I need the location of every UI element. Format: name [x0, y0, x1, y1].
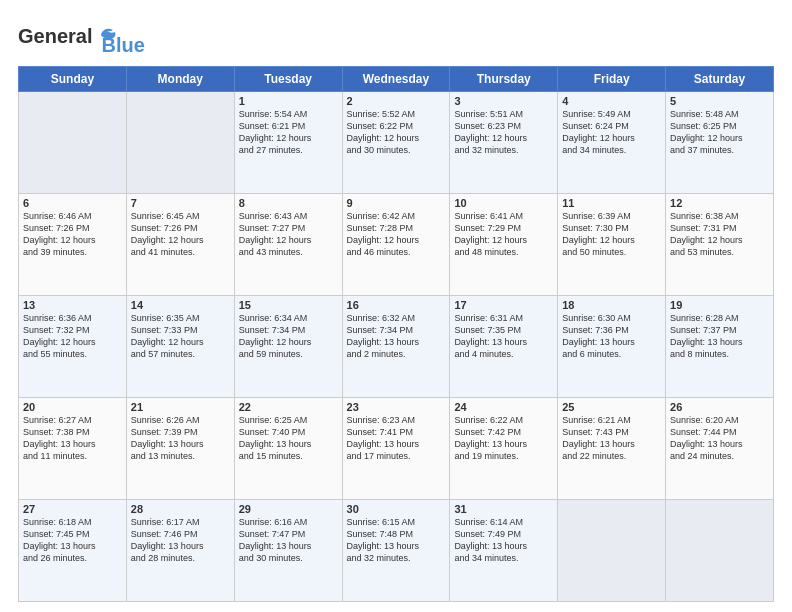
day-number: 29 — [239, 503, 338, 515]
calendar-day-cell: 14Sunrise: 6:35 AM Sunset: 7:33 PM Dayli… — [126, 296, 234, 398]
day-number: 7 — [131, 197, 230, 209]
day-number: 8 — [239, 197, 338, 209]
day-info: Sunrise: 6:23 AM Sunset: 7:41 PM Dayligh… — [347, 414, 446, 463]
day-number: 9 — [347, 197, 446, 209]
day-number: 15 — [239, 299, 338, 311]
calendar-day-cell: 12Sunrise: 6:38 AM Sunset: 7:31 PM Dayli… — [666, 194, 774, 296]
calendar-day-cell: 9Sunrise: 6:42 AM Sunset: 7:28 PM Daylig… — [342, 194, 450, 296]
day-number: 28 — [131, 503, 230, 515]
calendar-day-cell: 16Sunrise: 6:32 AM Sunset: 7:34 PM Dayli… — [342, 296, 450, 398]
day-info: Sunrise: 6:21 AM Sunset: 7:43 PM Dayligh… — [562, 414, 661, 463]
weekday-header-saturday: Saturday — [666, 67, 774, 92]
calendar-day-cell: 11Sunrise: 6:39 AM Sunset: 7:30 PM Dayli… — [558, 194, 666, 296]
day-info: Sunrise: 6:20 AM Sunset: 7:44 PM Dayligh… — [670, 414, 769, 463]
day-info: Sunrise: 6:34 AM Sunset: 7:34 PM Dayligh… — [239, 312, 338, 361]
weekday-header-thursday: Thursday — [450, 67, 558, 92]
calendar-day-cell: 27Sunrise: 6:18 AM Sunset: 7:45 PM Dayli… — [19, 500, 127, 602]
calendar-day-cell: 21Sunrise: 6:26 AM Sunset: 7:39 PM Dayli… — [126, 398, 234, 500]
day-info: Sunrise: 6:35 AM Sunset: 7:33 PM Dayligh… — [131, 312, 230, 361]
day-number: 31 — [454, 503, 553, 515]
day-info: Sunrise: 5:52 AM Sunset: 6:22 PM Dayligh… — [347, 108, 446, 157]
calendar-day-cell — [666, 500, 774, 602]
day-info: Sunrise: 6:46 AM Sunset: 7:26 PM Dayligh… — [23, 210, 122, 259]
calendar-day-cell: 24Sunrise: 6:22 AM Sunset: 7:42 PM Dayli… — [450, 398, 558, 500]
calendar-day-cell: 30Sunrise: 6:15 AM Sunset: 7:48 PM Dayli… — [342, 500, 450, 602]
calendar-day-cell: 29Sunrise: 6:16 AM Sunset: 7:47 PM Dayli… — [234, 500, 342, 602]
calendar-day-cell: 19Sunrise: 6:28 AM Sunset: 7:37 PM Dayli… — [666, 296, 774, 398]
day-info: Sunrise: 5:49 AM Sunset: 6:24 PM Dayligh… — [562, 108, 661, 157]
logo: General Blue — [18, 18, 145, 56]
calendar-day-cell: 22Sunrise: 6:25 AM Sunset: 7:40 PM Dayli… — [234, 398, 342, 500]
day-number: 6 — [23, 197, 122, 209]
weekday-header-wednesday: Wednesday — [342, 67, 450, 92]
weekday-header-monday: Monday — [126, 67, 234, 92]
calendar-day-cell: 25Sunrise: 6:21 AM Sunset: 7:43 PM Dayli… — [558, 398, 666, 500]
calendar-day-cell: 8Sunrise: 6:43 AM Sunset: 7:27 PM Daylig… — [234, 194, 342, 296]
calendar-day-cell: 10Sunrise: 6:41 AM Sunset: 7:29 PM Dayli… — [450, 194, 558, 296]
day-info: Sunrise: 6:28 AM Sunset: 7:37 PM Dayligh… — [670, 312, 769, 361]
day-info: Sunrise: 6:15 AM Sunset: 7:48 PM Dayligh… — [347, 516, 446, 565]
calendar-week-row: 27Sunrise: 6:18 AM Sunset: 7:45 PM Dayli… — [19, 500, 774, 602]
calendar-day-cell: 13Sunrise: 6:36 AM Sunset: 7:32 PM Dayli… — [19, 296, 127, 398]
day-number: 13 — [23, 299, 122, 311]
header: General Blue — [18, 18, 774, 56]
calendar-day-cell — [19, 92, 127, 194]
calendar-day-cell: 1Sunrise: 5:54 AM Sunset: 6:21 PM Daylig… — [234, 92, 342, 194]
day-number: 17 — [454, 299, 553, 311]
calendar-table: SundayMondayTuesdayWednesdayThursdayFrid… — [18, 66, 774, 602]
weekday-header-sunday: Sunday — [19, 67, 127, 92]
day-info: Sunrise: 5:48 AM Sunset: 6:25 PM Dayligh… — [670, 108, 769, 157]
calendar-day-cell: 28Sunrise: 6:17 AM Sunset: 7:46 PM Dayli… — [126, 500, 234, 602]
day-number: 27 — [23, 503, 122, 515]
day-info: Sunrise: 6:17 AM Sunset: 7:46 PM Dayligh… — [131, 516, 230, 565]
day-number: 24 — [454, 401, 553, 413]
day-info: Sunrise: 6:26 AM Sunset: 7:39 PM Dayligh… — [131, 414, 230, 463]
day-info: Sunrise: 6:14 AM Sunset: 7:49 PM Dayligh… — [454, 516, 553, 565]
day-info: Sunrise: 5:54 AM Sunset: 6:21 PM Dayligh… — [239, 108, 338, 157]
day-number: 1 — [239, 95, 338, 107]
day-info: Sunrise: 6:22 AM Sunset: 7:42 PM Dayligh… — [454, 414, 553, 463]
calendar-day-cell: 6Sunrise: 6:46 AM Sunset: 7:26 PM Daylig… — [19, 194, 127, 296]
day-info: Sunrise: 6:30 AM Sunset: 7:36 PM Dayligh… — [562, 312, 661, 361]
day-info: Sunrise: 6:32 AM Sunset: 7:34 PM Dayligh… — [347, 312, 446, 361]
day-number: 12 — [670, 197, 769, 209]
day-number: 11 — [562, 197, 661, 209]
calendar-day-cell: 31Sunrise: 6:14 AM Sunset: 7:49 PM Dayli… — [450, 500, 558, 602]
calendar-day-cell: 3Sunrise: 5:51 AM Sunset: 6:23 PM Daylig… — [450, 92, 558, 194]
calendar-day-cell: 18Sunrise: 6:30 AM Sunset: 7:36 PM Dayli… — [558, 296, 666, 398]
weekday-header-row: SundayMondayTuesdayWednesdayThursdayFrid… — [19, 67, 774, 92]
calendar-day-cell: 17Sunrise: 6:31 AM Sunset: 7:35 PM Dayli… — [450, 296, 558, 398]
day-number: 30 — [347, 503, 446, 515]
day-number: 5 — [670, 95, 769, 107]
day-info: Sunrise: 5:51 AM Sunset: 6:23 PM Dayligh… — [454, 108, 553, 157]
day-number: 10 — [454, 197, 553, 209]
day-number: 25 — [562, 401, 661, 413]
calendar-day-cell: 2Sunrise: 5:52 AM Sunset: 6:22 PM Daylig… — [342, 92, 450, 194]
calendar-day-cell: 7Sunrise: 6:45 AM Sunset: 7:26 PM Daylig… — [126, 194, 234, 296]
day-info: Sunrise: 6:25 AM Sunset: 7:40 PM Dayligh… — [239, 414, 338, 463]
day-number: 20 — [23, 401, 122, 413]
day-info: Sunrise: 6:36 AM Sunset: 7:32 PM Dayligh… — [23, 312, 122, 361]
calendar-week-row: 6Sunrise: 6:46 AM Sunset: 7:26 PM Daylig… — [19, 194, 774, 296]
calendar-day-cell: 20Sunrise: 6:27 AM Sunset: 7:38 PM Dayli… — [19, 398, 127, 500]
day-info: Sunrise: 6:43 AM Sunset: 7:27 PM Dayligh… — [239, 210, 338, 259]
day-number: 19 — [670, 299, 769, 311]
day-number: 14 — [131, 299, 230, 311]
day-number: 26 — [670, 401, 769, 413]
day-number: 22 — [239, 401, 338, 413]
calendar-day-cell: 5Sunrise: 5:48 AM Sunset: 6:25 PM Daylig… — [666, 92, 774, 194]
calendar-day-cell: 23Sunrise: 6:23 AM Sunset: 7:41 PM Dayli… — [342, 398, 450, 500]
day-number: 3 — [454, 95, 553, 107]
calendar-week-row: 13Sunrise: 6:36 AM Sunset: 7:32 PM Dayli… — [19, 296, 774, 398]
day-info: Sunrise: 6:27 AM Sunset: 7:38 PM Dayligh… — [23, 414, 122, 463]
calendar-day-cell: 4Sunrise: 5:49 AM Sunset: 6:24 PM Daylig… — [558, 92, 666, 194]
day-info: Sunrise: 6:39 AM Sunset: 7:30 PM Dayligh… — [562, 210, 661, 259]
page: General Blue SundayMondayTuesdayWednesda… — [0, 0, 792, 612]
calendar-day-cell: 15Sunrise: 6:34 AM Sunset: 7:34 PM Dayli… — [234, 296, 342, 398]
day-number: 18 — [562, 299, 661, 311]
calendar-week-row: 20Sunrise: 6:27 AM Sunset: 7:38 PM Dayli… — [19, 398, 774, 500]
day-number: 23 — [347, 401, 446, 413]
day-info: Sunrise: 6:45 AM Sunset: 7:26 PM Dayligh… — [131, 210, 230, 259]
calendar-day-cell: 26Sunrise: 6:20 AM Sunset: 7:44 PM Dayli… — [666, 398, 774, 500]
day-number: 4 — [562, 95, 661, 107]
